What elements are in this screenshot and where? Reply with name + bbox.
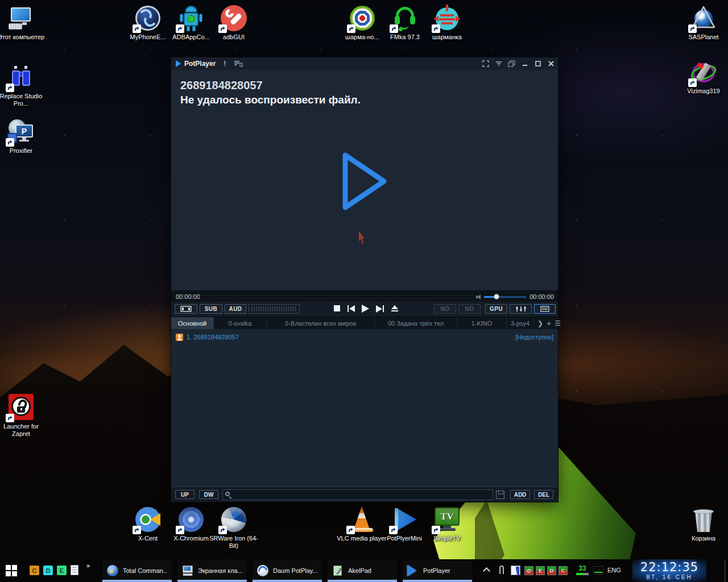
film-icon — [180, 306, 192, 312]
xchromium-icon — [177, 506, 205, 533]
quicklaunch-c-drive[interactable]: C — [30, 566, 39, 575]
taskbar-button-potplayer[interactable]: PotPlayer — [403, 559, 472, 582]
target-icon — [349, 5, 376, 32]
shortcut-arrow-icon — [432, 526, 440, 534]
language-indicator[interactable]: ENG — [607, 567, 621, 573]
desktop-icon-this-pc[interactable]: Этот компьютер — [0, 5, 47, 41]
no-button-2[interactable]: NO — [458, 304, 481, 314]
next-button-bar[interactable] — [383, 305, 384, 312]
screen-control-button[interactable] — [175, 304, 197, 314]
tray-network-graph-icon[interactable] — [593, 566, 603, 575]
save-playlist-icon[interactable] — [496, 490, 504, 499]
move-up-button[interactable]: UP — [175, 490, 195, 499]
gpu-button[interactable]: GPU — [485, 304, 507, 314]
tab-menu-icon[interactable]: ☰ — [555, 319, 561, 327]
maximize-button[interactable] — [534, 60, 541, 68]
previous-button-arrow[interactable] — [349, 305, 355, 312]
tray-disk-e-icon[interactable]: E — [536, 566, 545, 575]
desktop-icon-sasplanet[interactable]: SASPlanet — [678, 5, 728, 41]
tray-cpu-value[interactable]: 33 — [576, 564, 589, 572]
desktop-icon-simpletv[interactable]: TV SimpleTV — [421, 506, 473, 542]
playlist-search-box[interactable] — [222, 489, 493, 500]
audio-button[interactable]: AUD — [225, 304, 246, 314]
shortcut-arrow-icon — [347, 24, 355, 33]
shortcut-arrow-icon — [176, 24, 184, 33]
tab-kino[interactable]: 1-KINO — [457, 317, 507, 329]
video-area[interactable]: 2689184828057 Не удалось воспроизвести ф… — [171, 70, 558, 290]
xcent-icon — [134, 506, 162, 533]
taskbar: C D E » Total Comman... Экранная кла... … — [0, 559, 728, 582]
taskbar-clock[interactable]: 22:12:35 ВТ, 16 СЕН — [632, 559, 706, 582]
subtitle-button[interactable]: SUB — [200, 304, 222, 314]
seek-row: 00:00:00 00:00:00 — [171, 290, 558, 302]
filter-icon[interactable] — [495, 60, 502, 68]
quicklaunch-overflow-chevron[interactable]: » — [86, 562, 90, 569]
playlist-area[interactable]: 1. 2689184828057 [Недоступно] — [171, 329, 558, 487]
quicklaunch-e-drive[interactable]: E — [57, 566, 67, 575]
notice-icon[interactable]: ! — [224, 60, 226, 68]
volume-knob[interactable] — [494, 294, 499, 300]
simpletv-icon: TV — [433, 506, 461, 533]
search-input[interactable] — [234, 492, 490, 498]
time-total: 00:00:00 — [530, 293, 554, 300]
taskbar-button-screen-keyboard[interactable]: Экранная кла... — [177, 559, 247, 582]
eject-button[interactable] — [391, 305, 398, 311]
move-down-button[interactable]: DW — [199, 490, 218, 499]
close-button[interactable] — [547, 60, 555, 68]
quicklaunch-document-icon[interactable] — [71, 565, 78, 575]
taskbar-button-total-commander[interactable]: Total Comman... — [102, 559, 172, 582]
next-button[interactable] — [376, 305, 382, 313]
start-button[interactable] — [6, 565, 18, 576]
quicklaunch-d-drive[interactable]: D — [43, 566, 53, 575]
desktop-icon-vizimag[interactable]: Vizimag319 — [678, 59, 728, 95]
add-button[interactable]: ADD — [510, 490, 530, 499]
tab-add-icon[interactable]: + — [547, 319, 551, 328]
equalizer-button[interactable] — [510, 304, 532, 314]
tab-scroll-icon[interactable]: ❯ — [537, 319, 543, 327]
playlist-item-title[interactable]: 1. 2689184828057 — [187, 334, 239, 340]
playlist-toggle-icon[interactable] — [234, 60, 243, 67]
big-play-button[interactable] — [337, 148, 392, 214]
desktop-icon-replace-studio[interactable]: Replace Studio Pro... — [0, 64, 47, 107]
potplayer-titlebar[interactable]: PotPlayer ! — [171, 57, 558, 70]
tab-zadacha[interactable]: 00 Задача трёх тел — [375, 317, 457, 329]
tray-disk-c-icon[interactable]: C — [559, 566, 568, 575]
minimize-button[interactable] — [521, 60, 528, 68]
shortcut-arrow-icon — [218, 24, 227, 33]
seek-bar[interactable] — [200, 296, 474, 298]
desktop-icon-proxifier[interactable]: P Proxifier — [0, 118, 47, 155]
this-pc-icon — [7, 5, 35, 32]
tab-osnovnoy[interactable]: Основной — [171, 317, 214, 329]
show-desktop-button[interactable] — [725, 559, 728, 582]
desktop-icon-srware-iron[interactable]: SRWare Iron (64-Bit) — [208, 506, 259, 550]
play-button[interactable] — [362, 305, 369, 313]
previous-button[interactable] — [348, 305, 349, 312]
cascade-windows-icon[interactable] — [508, 60, 515, 68]
tray-paperclip-icon[interactable] — [499, 566, 504, 574]
tab-svalka[interactable]: 0-svalka — [214, 317, 267, 329]
desktop-icon-adbgui[interactable]: adbGUI — [208, 5, 259, 41]
desktop-icon-recycle-bin[interactable]: Корзина — [678, 506, 728, 542]
taskbar-button-daum-potplayer[interactable]: Daum PotPlay... — [253, 559, 322, 582]
tab-psy[interactable]: 3-psy4 — [507, 317, 534, 329]
del-button[interactable]: DEL — [534, 490, 553, 499]
volume-slider[interactable] — [484, 296, 526, 298]
stop-button[interactable] — [334, 305, 340, 311]
tray-expand-chevron-icon[interactable] — [483, 567, 490, 575]
playlist-item[interactable]: 1. 2689184828057 [Недоступно] — [176, 332, 553, 342]
playlist-button[interactable] — [534, 304, 556, 314]
desktop-icon-zapret[interactable]: Launcher for Zapret — [0, 394, 47, 438]
proxifier-icon: P — [7, 118, 35, 146]
volume-icon[interactable] — [476, 294, 482, 300]
desktop-icon-sharmanka[interactable]: шарманка — [421, 5, 473, 41]
taskbar-button-akelpad[interactable]: AkelPad — [328, 559, 397, 582]
tray-notes-icon[interactable] — [511, 566, 520, 575]
running-indicator — [328, 580, 397, 582]
no-button-1[interactable]: NO — [434, 304, 456, 314]
tray-disk-at-icon[interactable]: @ — [524, 566, 533, 575]
tab-vlastelin[interactable]: 0-Властелин всех миров — [267, 317, 375, 329]
tray-disk-d-icon[interactable]: D — [547, 566, 556, 575]
vizimag-icon — [690, 59, 717, 86]
akelpad-icon — [332, 565, 344, 576]
fullscreen-icon[interactable] — [482, 60, 489, 68]
